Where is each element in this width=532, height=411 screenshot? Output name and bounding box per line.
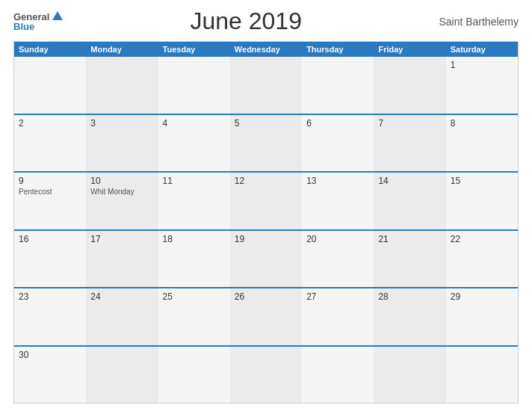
day-number: 1 xyxy=(451,60,513,70)
calendar-week-5: 23242526272829 xyxy=(14,287,518,345)
calendar-day: 22 xyxy=(446,231,518,288)
calendar-day: 30 xyxy=(14,347,86,404)
day-number: 10 xyxy=(90,176,153,186)
region-label: Saint Barthelemy xyxy=(429,16,519,28)
calendar-day: 29 xyxy=(446,288,518,345)
calendar-day: 9Pentecost xyxy=(14,173,86,229)
day-number: 25 xyxy=(163,291,226,302)
day-number: 4 xyxy=(163,118,226,129)
day-number: 5 xyxy=(235,118,297,129)
calendar-week-1: 1 xyxy=(14,57,518,114)
calendar-day: 18 xyxy=(158,231,230,288)
calendar-day: 26 xyxy=(230,288,302,345)
day-number: 18 xyxy=(163,234,226,244)
logo-text-block: General Blue xyxy=(13,11,63,31)
page: General Blue June 2019 Saint Barthelemy … xyxy=(0,0,532,411)
calendar-header-row: SundayMondayTuesdayWednesdayThursdayFrid… xyxy=(14,42,518,57)
calendar-day: 21 xyxy=(374,231,445,288)
day-number: 8 xyxy=(451,118,513,129)
calendar-day xyxy=(86,57,158,114)
calendar-day: 16 xyxy=(14,231,86,288)
calendar-day: 3 xyxy=(86,115,158,172)
calendar-day: 10Whit Monday xyxy=(86,173,158,229)
day-number: 19 xyxy=(235,234,297,244)
header-day-friday: Friday xyxy=(374,42,445,57)
day-number: 22 xyxy=(451,234,513,244)
logo-blue-text: Blue xyxy=(13,22,34,31)
header-day-tuesday: Tuesday xyxy=(158,42,230,57)
day-number: 29 xyxy=(451,291,513,302)
day-number: 20 xyxy=(306,234,369,244)
calendar-day: 2 xyxy=(14,115,86,172)
calendar-day: 17 xyxy=(86,231,158,288)
header-day-saturday: Saturday xyxy=(446,42,518,57)
calendar-body: 123456789Pentecost10Whit Monday111213141… xyxy=(14,57,518,403)
calendar-day xyxy=(86,347,158,404)
header-day-thursday: Thursday xyxy=(302,42,374,57)
calendar-day: 6 xyxy=(302,115,374,172)
calendar-week-6: 30 xyxy=(14,345,518,404)
calendar-day xyxy=(230,57,302,114)
day-number: 23 xyxy=(19,291,81,302)
calendar-day: 7 xyxy=(374,115,445,172)
header-day-sunday: Sunday xyxy=(14,42,86,57)
calendar-day: 24 xyxy=(86,288,158,345)
calendar-day: 8 xyxy=(446,115,518,172)
calendar-day: 25 xyxy=(158,288,230,345)
header: General Blue June 2019 Saint Barthelemy xyxy=(13,7,519,35)
calendar-day xyxy=(302,57,374,114)
calendar-day xyxy=(302,347,374,404)
day-number: 6 xyxy=(306,118,369,129)
calendar-day: 11 xyxy=(158,173,230,229)
header-day-wednesday: Wednesday xyxy=(230,42,302,57)
calendar-day xyxy=(374,57,445,114)
calendar-week-2: 2345678 xyxy=(14,114,518,172)
calendar-day: 12 xyxy=(230,173,302,229)
day-number: 3 xyxy=(90,118,153,129)
calendar-day: 5 xyxy=(230,115,302,172)
calendar: SundayMondayTuesdayWednesdayThursdayFrid… xyxy=(13,41,519,404)
day-number: 16 xyxy=(19,234,81,244)
calendar-day xyxy=(14,57,86,114)
day-number: 24 xyxy=(90,291,153,302)
day-event: Whit Monday xyxy=(90,188,153,196)
calendar-day: 14 xyxy=(374,173,445,229)
calendar-day: 13 xyxy=(302,173,374,229)
calendar-day xyxy=(230,347,302,404)
calendar-day: 19 xyxy=(230,231,302,288)
calendar-day: 28 xyxy=(374,288,445,345)
day-number: 12 xyxy=(235,176,297,186)
calendar-day xyxy=(446,347,518,404)
day-number: 15 xyxy=(451,176,513,186)
day-number: 28 xyxy=(378,291,441,302)
calendar-day xyxy=(374,347,445,404)
day-number: 2 xyxy=(19,118,81,129)
day-number: 21 xyxy=(378,234,441,244)
day-number: 27 xyxy=(306,291,369,302)
day-number: 17 xyxy=(90,234,153,244)
calendar-day: 15 xyxy=(446,173,518,229)
logo-general-text: General xyxy=(13,12,49,22)
day-number: 30 xyxy=(19,350,81,360)
header-day-monday: Monday xyxy=(86,42,158,57)
calendar-week-3: 9Pentecost10Whit Monday1112131415 xyxy=(14,171,518,229)
calendar-title: June 2019 xyxy=(63,7,429,35)
calendar-day: 1 xyxy=(446,57,518,114)
day-number: 9 xyxy=(19,176,81,186)
calendar-day xyxy=(158,347,230,404)
day-number: 14 xyxy=(378,176,441,186)
day-event: Pentecost xyxy=(19,188,81,196)
calendar-day xyxy=(158,57,230,114)
logo: General Blue xyxy=(13,11,63,31)
day-number: 13 xyxy=(306,176,369,186)
day-number: 11 xyxy=(163,176,226,186)
calendar-week-4: 16171819202122 xyxy=(14,229,518,288)
logo-triangle-icon xyxy=(52,11,63,20)
calendar-day: 4 xyxy=(158,115,230,172)
calendar-day: 20 xyxy=(302,231,374,288)
calendar-day: 27 xyxy=(302,288,374,345)
calendar-day: 23 xyxy=(14,288,86,345)
day-number: 7 xyxy=(378,118,441,129)
day-number: 26 xyxy=(235,291,297,302)
